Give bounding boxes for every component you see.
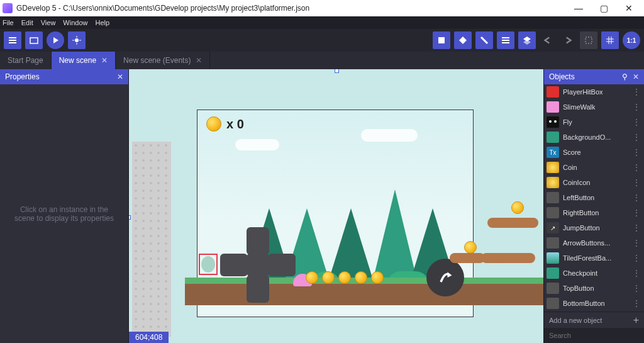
coin-instance[interactable] xyxy=(306,271,318,284)
document-tabs: Start Page New scene ✕ New scene (Events… xyxy=(0,52,644,69)
kebab-icon[interactable]: ⋮ xyxy=(631,178,641,187)
dpad-buttons[interactable] xyxy=(220,227,296,303)
toggle-grid-button[interactable] xyxy=(601,31,619,49)
svg-marker-4 xyxy=(53,37,58,43)
add-object-row[interactable]: Add a new object + xyxy=(544,312,644,328)
player-instance[interactable] xyxy=(199,254,218,275)
object-row[interactable]: TiledForestBa...⋮ xyxy=(544,250,644,266)
menu-view[interactable]: View xyxy=(41,19,56,26)
object-row[interactable]: LeftButton⋮ xyxy=(544,190,644,205)
dpad-right[interactable] xyxy=(268,254,296,276)
object-row[interactable]: TopButton⋮ xyxy=(544,281,644,296)
object-row[interactable]: CoinIcon⋮ xyxy=(544,175,644,190)
close-button[interactable]: ✕ xyxy=(616,0,641,16)
kebab-icon[interactable]: ⋮ xyxy=(631,254,641,262)
coin-icon xyxy=(206,116,221,132)
coin-instance[interactable] xyxy=(338,271,351,284)
tab-close-icon[interactable]: ✕ xyxy=(101,56,108,65)
tab-new-scene[interactable]: New scene ✕ xyxy=(52,52,116,69)
svg-marker-11 xyxy=(459,37,467,44)
filter-icon[interactable]: ⚲ xyxy=(622,72,628,81)
object-row[interactable]: PlayerHitBox⋮ xyxy=(544,84,644,99)
kebab-icon[interactable]: ⋮ xyxy=(631,269,641,278)
add-object-label: Add a new object xyxy=(549,317,602,324)
tab-start-page[interactable]: Start Page xyxy=(0,52,52,69)
object-row[interactable]: TxScore⋮ xyxy=(544,145,644,160)
platform-instance[interactable] xyxy=(500,253,535,263)
objects-panel-button[interactable] xyxy=(433,31,450,49)
coin-instance[interactable] xyxy=(464,241,477,254)
toggle-mask-button[interactable] xyxy=(580,31,597,49)
kebab-icon[interactable]: ⋮ xyxy=(631,299,641,308)
debug-button[interactable] xyxy=(68,31,86,49)
coin-instance[interactable] xyxy=(371,271,384,284)
svg-line-12 xyxy=(481,37,487,43)
menu-file[interactable]: File xyxy=(3,19,14,26)
redo-button[interactable] xyxy=(560,32,576,48)
coin-instance[interactable] xyxy=(511,201,524,214)
layers-panel-button[interactable] xyxy=(518,31,536,49)
kebab-icon[interactable]: ⋮ xyxy=(631,193,641,202)
dpad-left[interactable] xyxy=(220,254,248,276)
cloud-decor xyxy=(361,129,418,142)
object-row[interactable]: ↗JumpButton⋮ xyxy=(544,220,644,235)
tab-close-icon[interactable]: ✕ xyxy=(196,56,202,65)
zoom-reset-button[interactable]: 1:1 xyxy=(623,31,640,49)
window-titlebar: GDevelop 5 - C:\Users\onnix\Documents\GD… xyxy=(0,0,644,16)
dpad-down[interactable] xyxy=(247,275,269,303)
jump-button-instance[interactable] xyxy=(426,259,464,296)
object-thumb: Tx xyxy=(547,147,559,158)
preview-play-button[interactable] xyxy=(47,31,64,49)
plus-icon[interactable]: + xyxy=(633,315,639,326)
object-label: Score xyxy=(563,149,628,156)
dpad-up[interactable] xyxy=(247,227,269,255)
kebab-icon[interactable]: ⋮ xyxy=(631,103,641,111)
object-thumb xyxy=(547,267,559,279)
instances-panel-button[interactable] xyxy=(497,31,514,49)
properties-header: Properties ✕ xyxy=(0,69,128,84)
selection-handle[interactable] xyxy=(129,215,131,220)
kebab-icon[interactable]: ⋮ xyxy=(631,239,641,247)
selection-handle[interactable] xyxy=(335,69,339,73)
tiled-block-instance[interactable] xyxy=(132,142,171,337)
undo-button[interactable] xyxy=(540,32,556,48)
menu-help[interactable]: Help xyxy=(95,19,109,26)
panel-close-icon[interactable]: ✕ xyxy=(633,72,639,81)
object-label: LeftButton xyxy=(563,194,628,201)
coin-instance[interactable] xyxy=(322,271,335,284)
objects-search-input[interactable] xyxy=(549,332,639,339)
export-button[interactable] xyxy=(25,31,43,49)
coin-count-text: x 0 xyxy=(226,117,244,132)
camera-frame[interactable]: x 0 xyxy=(197,110,474,317)
object-row[interactable]: ArrowButtons...⋮ xyxy=(544,235,644,250)
kebab-icon[interactable]: ⋮ xyxy=(631,208,641,217)
tab-new-scene-events[interactable]: New scene (Events) ✕ xyxy=(116,52,210,69)
scene-canvas[interactable]: x 0 xyxy=(129,69,543,343)
object-row[interactable]: BackgroundO...⋮ xyxy=(544,130,644,145)
kebab-icon[interactable]: ⋮ xyxy=(631,87,641,96)
kebab-icon[interactable]: ⋮ xyxy=(631,163,641,172)
object-label: PlayerHitBox xyxy=(563,88,628,96)
properties-panel-button[interactable] xyxy=(475,31,493,49)
platform-instance[interactable] xyxy=(503,218,538,228)
kebab-icon[interactable]: ⋮ xyxy=(631,118,641,127)
object-row[interactable]: BottomButton⋮ xyxy=(544,296,644,311)
project-manager-button[interactable] xyxy=(4,31,21,49)
object-row[interactable]: RightButton⋮ xyxy=(544,205,644,220)
kebab-icon[interactable]: ⋮ xyxy=(631,133,641,142)
coin-instance[interactable] xyxy=(355,271,367,284)
platform-instance[interactable] xyxy=(450,253,485,263)
object-row[interactable]: Coin⋮ xyxy=(544,160,644,175)
menu-window[interactable]: Window xyxy=(63,19,87,26)
object-row[interactable]: Checkpoint⋮ xyxy=(544,266,644,281)
kebab-icon[interactable]: ⋮ xyxy=(631,223,641,232)
minimize-button[interactable]: — xyxy=(566,0,591,16)
kebab-icon[interactable]: ⋮ xyxy=(631,284,641,293)
groups-panel-button[interactable] xyxy=(454,31,472,49)
menu-edit[interactable]: Edit xyxy=(21,19,33,26)
panel-close-icon[interactable]: ✕ xyxy=(117,72,123,81)
object-row[interactable]: Fly⋮ xyxy=(544,115,644,130)
kebab-icon[interactable]: ⋮ xyxy=(631,148,641,157)
object-row[interactable]: SlimeWalk⋮ xyxy=(544,99,644,115)
maximize-button[interactable]: ▢ xyxy=(591,0,616,16)
